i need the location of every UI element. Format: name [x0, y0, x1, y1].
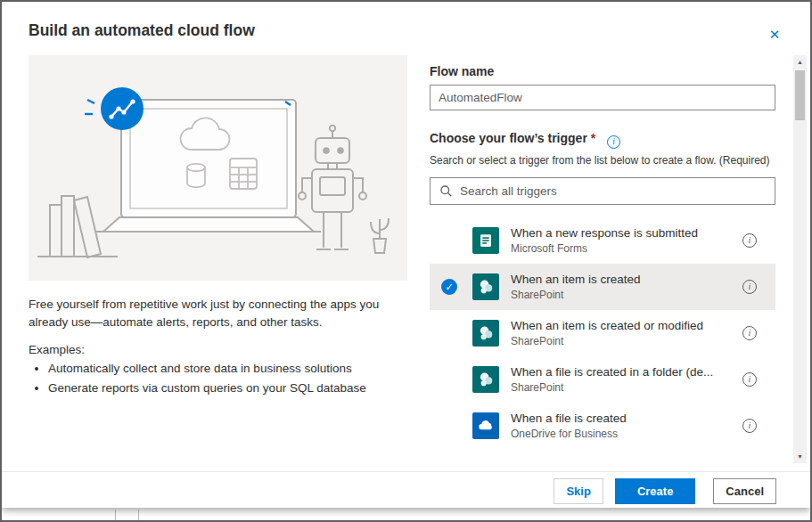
microsoft-forms-icon — [472, 227, 499, 254]
sharepoint-icon — [472, 320, 499, 347]
info-icon[interactable]: i — [742, 419, 757, 433]
scroll-down-icon[interactable]: ▼ — [793, 450, 807, 463]
trigger-row-4[interactable]: ✓ When a file is created in a folder (de… — [430, 356, 775, 403]
selected-check-icon: ✓ — [441, 371, 457, 387]
skip-button[interactable]: Skip — [554, 478, 603, 504]
trigger-label-text: Choose your flow’s trigger — [430, 131, 587, 145]
cancel-button[interactable]: Cancel — [713, 478, 776, 504]
trigger-title: When a file is created in a folder (de..… — [511, 365, 735, 379]
scrollbar[interactable]: ▲ ▼ — [793, 55, 807, 463]
footer: Skip Create Cancel — [554, 478, 776, 504]
dialog-description: Free yourself from repetitive work just … — [29, 296, 412, 330]
flow-name-input[interactable] — [430, 85, 775, 110]
sharepoint-icon — [472, 366, 499, 393]
close-icon[interactable]: ✕ — [763, 23, 786, 46]
background-line — [115, 510, 116, 522]
create-button[interactable]: Create — [615, 478, 695, 504]
search-input[interactable] — [460, 178, 775, 204]
trigger-title: When a new response is submitted — [511, 226, 735, 240]
search-icon — [439, 184, 453, 198]
selected-check-icon: ✓ — [441, 232, 457, 249]
trigger-list: ✓ When a new response is submitted Micro… — [430, 217, 775, 449]
trigger-subtitle: SharePoint — [511, 289, 735, 301]
info-icon[interactable]: i — [742, 280, 757, 294]
examples-list: Automatically collect and store data in … — [48, 361, 405, 400]
trigger-help-text: Search or select a trigger from the list… — [430, 154, 770, 167]
sharepoint-icon — [472, 273, 499, 300]
onedrive-icon — [472, 412, 499, 439]
selected-check-icon: ✓ — [441, 279, 457, 295]
trigger-row-5[interactable]: ✓ When a file is created OneDrive for Bu… — [430, 403, 775, 449]
trigger-subtitle: Microsoft Forms — [511, 242, 735, 255]
trigger-label: Choose your flow’s trigger* i — [430, 131, 620, 149]
example-item: Generate reports via custom queries on y… — [48, 380, 405, 397]
trigger-title: When an item is created or modified — [511, 319, 735, 332]
scroll-up-icon[interactable]: ▲ — [793, 55, 807, 69]
trigger-info-icon[interactable]: i — [607, 135, 620, 149]
trigger-subtitle: SharePoint — [511, 335, 735, 347]
trigger-subtitle: OneDrive for Business — [511, 428, 735, 440]
dialog-title: Build an automated cloud flow — [29, 21, 255, 40]
info-icon[interactable]: i — [742, 372, 757, 387]
selected-check-icon: ✓ — [441, 418, 457, 434]
trigger-row-1[interactable]: ✓ When a new response is submitted Micro… — [430, 217, 775, 264]
background-line — [138, 510, 139, 522]
example-item: Automatically collect and store data in … — [48, 361, 405, 378]
selected-check-icon: ✓ — [441, 325, 457, 341]
trigger-title: When a file is created — [511, 412, 735, 425]
examples-label: Examples: — [29, 343, 85, 356]
footer-divider — [2, 471, 810, 472]
screen: Build an automated cloud flow ✕ — [0, 0, 812, 522]
trigger-title: When an item is created — [511, 273, 735, 286]
build-flow-dialog: Build an automated cloud flow ✕ — [2, 2, 810, 508]
trigger-row-3[interactable]: ✓ When an item is created or modified Sh… — [430, 310, 775, 356]
flow-name-label: Flow name — [430, 64, 494, 78]
trigger-search-box — [430, 177, 775, 205]
info-icon[interactable]: i — [742, 233, 757, 248]
scrollbar-thumb[interactable] — [795, 70, 805, 120]
flow-illustration — [29, 55, 407, 281]
trigger-row-2[interactable]: ✓ When an item is created SharePoint i — [430, 264, 775, 310]
required-asterisk: * — [591, 131, 595, 145]
info-icon[interactable]: i — [742, 326, 757, 340]
trigger-subtitle: SharePoint — [511, 381, 735, 394]
